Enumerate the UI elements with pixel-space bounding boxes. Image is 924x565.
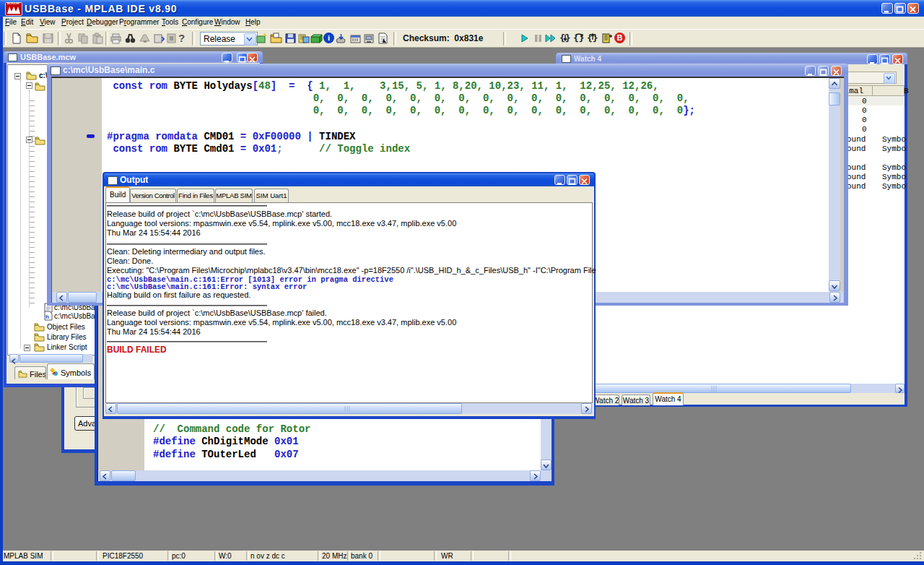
svg-text:h: h: [45, 314, 49, 320]
